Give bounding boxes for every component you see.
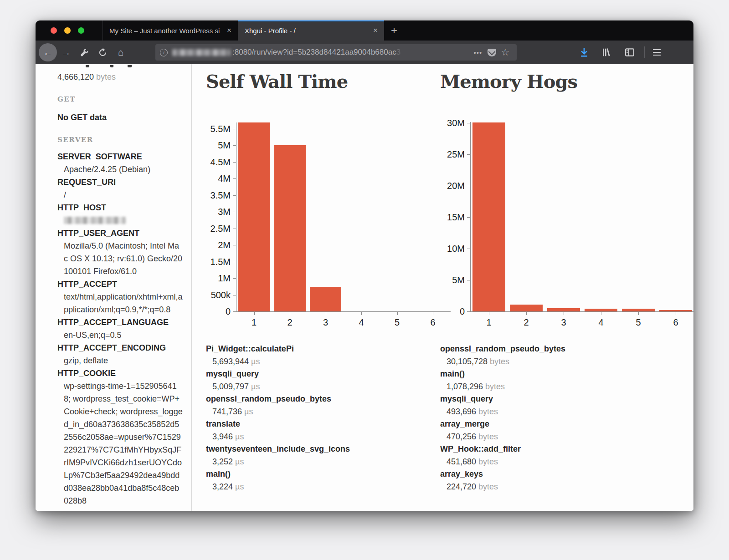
memory-usage-value: 4,666,120 bytes bbox=[57, 71, 183, 83]
x-tick-label: 1 bbox=[480, 318, 498, 327]
tab-title: My Site – Just another WordPress si bbox=[109, 27, 225, 35]
forward-button[interactable]: → bbox=[57, 44, 75, 61]
ranking-unit: µs bbox=[251, 382, 260, 391]
ranking-unit: bytes bbox=[485, 382, 505, 391]
bar-2 bbox=[510, 305, 543, 311]
server-var-value: Mozilla/5.0 (Macintosh; Intel Mac OS X 1… bbox=[64, 239, 183, 278]
ranking-number: 493,696 bbox=[447, 407, 478, 416]
server-var-key: HTTP_COOKIE bbox=[57, 367, 183, 380]
library-button[interactable] bbox=[599, 44, 615, 61]
home-button[interactable]: ⌂ bbox=[112, 44, 130, 61]
server-var-key: HTTP_ACCEPT_ENCODING bbox=[57, 341, 183, 354]
zoom-window-button[interactable] bbox=[78, 27, 84, 34]
tab-xhgui-profile[interactable]: Xhgui - Profile - / × bbox=[238, 20, 384, 41]
y-tick-label: 500k bbox=[194, 290, 231, 300]
pocket-icon[interactable] bbox=[485, 46, 498, 59]
tab-close-icon[interactable]: × bbox=[225, 26, 233, 35]
url-bar[interactable]: i :8080/run/view?id=5b238d84421aa9004b68… bbox=[155, 44, 517, 61]
server-var-value: Apache/2.4.25 (Debian) bbox=[64, 163, 183, 176]
ranking-function-name: WP_Hook::add_filter bbox=[440, 443, 668, 455]
y-tick-label: 1.5M bbox=[194, 257, 231, 266]
server-var-key: HTTP_USER_AGENT bbox=[57, 227, 183, 239]
y-tick-label: 2.5M bbox=[194, 224, 231, 233]
y-tick-mark bbox=[233, 129, 236, 129]
menu-button[interactable] bbox=[648, 44, 665, 61]
minimize-window-button[interactable] bbox=[64, 27, 71, 34]
server-section-heading: SERVER bbox=[57, 136, 183, 144]
ranking-function-name: array_keys bbox=[440, 468, 668, 480]
close-window-button[interactable] bbox=[51, 27, 57, 34]
x-tick-label: 4 bbox=[592, 318, 610, 327]
memory-ranking-list: openssl_random_pseudo_bytes30,105,728 by… bbox=[440, 343, 668, 493]
x-tick-label: 4 bbox=[352, 318, 370, 327]
x-tick-mark bbox=[526, 312, 527, 315]
server-var-value: / bbox=[64, 188, 183, 201]
y-tick-label: 30M bbox=[428, 118, 465, 127]
sidebar-toggle-button[interactable] bbox=[621, 44, 638, 61]
url-text: :8080/run/view?id=5b238d84421aa9004b680a… bbox=[232, 48, 396, 57]
site-info-icon[interactable]: i bbox=[160, 49, 168, 56]
tab-wordpress-site[interactable]: My Site – Just another WordPress si × bbox=[103, 20, 238, 41]
ranking-function-name: mysqli_query bbox=[206, 368, 434, 380]
ranking-number: 224,720 bbox=[447, 482, 478, 491]
clipped-text-remnant bbox=[57, 65, 183, 68]
window-controls bbox=[36, 20, 103, 41]
no-get-data-label: No GET data bbox=[57, 111, 183, 124]
x-tick-label: 2 bbox=[281, 318, 299, 327]
y-tick-mark bbox=[467, 123, 470, 123]
ranking-number: 3,946 bbox=[212, 432, 235, 441]
y-tick-label: 3.5M bbox=[194, 191, 231, 200]
sidebar-toggle-icon bbox=[625, 47, 635, 57]
bar-3 bbox=[310, 287, 341, 311]
new-tab-button[interactable]: + bbox=[384, 20, 404, 41]
ranking-value: 470,256 bytes bbox=[447, 430, 668, 443]
x-tick-mark bbox=[326, 312, 326, 315]
ranking-number: 3,224 bbox=[212, 482, 235, 491]
y-tick-mark bbox=[467, 280, 470, 280]
wrench-icon[interactable] bbox=[75, 44, 93, 61]
ranking-unit: bytes bbox=[490, 357, 509, 366]
blurred-host-value bbox=[64, 217, 126, 224]
memory-number: 4,666,120 bbox=[57, 72, 94, 81]
downloads-button[interactable] bbox=[576, 44, 592, 61]
x-tick-label: 5 bbox=[629, 318, 647, 327]
run-details-sidebar: 4,666,120 bytes GET No GET data SERVER S… bbox=[36, 64, 191, 511]
y-tick-mark bbox=[233, 162, 236, 163]
x-tick-label: 3 bbox=[554, 318, 573, 327]
y-tick-label: 20M bbox=[428, 181, 465, 190]
tab-close-icon[interactable]: × bbox=[371, 26, 380, 35]
ranking-number: 5,693,944 bbox=[212, 357, 251, 366]
forward-arrow-icon: → bbox=[62, 47, 71, 58]
y-tick-mark bbox=[233, 311, 236, 312]
y-tick-mark bbox=[233, 262, 236, 262]
reload-button[interactable] bbox=[93, 44, 112, 61]
bar-2 bbox=[274, 145, 306, 311]
x-tick-mark bbox=[361, 312, 362, 315]
ranking-unit: bytes bbox=[478, 482, 498, 491]
page-content[interactable]: 4,666,120 bytes GET No GET data SERVER S… bbox=[36, 64, 693, 511]
ranking-value: 30,105,728 bytes bbox=[447, 355, 668, 368]
y-tick-label: 3M bbox=[194, 207, 231, 216]
back-button[interactable]: ← bbox=[39, 43, 57, 61]
bookmark-star-icon[interactable]: ☆ bbox=[498, 46, 512, 59]
page-actions-icon[interactable]: ••• bbox=[471, 46, 485, 59]
y-tick-mark bbox=[233, 178, 236, 179]
ranking-value: 1,078,296 bytes bbox=[447, 380, 668, 393]
ranking-function-name: translate bbox=[206, 418, 434, 430]
ranking-number: 1,078,296 bbox=[447, 382, 485, 391]
bar-6 bbox=[659, 310, 692, 311]
ranking-number: 470,256 bbox=[447, 432, 478, 441]
ranking-value: 5,009,797 µs bbox=[212, 380, 434, 393]
bar-4 bbox=[585, 309, 617, 311]
x-tick-mark bbox=[489, 312, 489, 315]
y-tick-mark bbox=[233, 212, 236, 212]
browser-window: My Site – Just another WordPress si × Xh… bbox=[36, 20, 693, 511]
y-tick-mark bbox=[233, 278, 236, 279]
x-axis-line bbox=[470, 311, 693, 312]
y-tick-label: 5.5M bbox=[194, 124, 231, 133]
server-var-key: HTTP_ACCEPT bbox=[57, 278, 183, 290]
server-var-key: HTTP_HOST bbox=[57, 201, 183, 214]
ranking-unit: µs bbox=[235, 432, 244, 441]
x-tick-mark bbox=[638, 312, 639, 315]
ranking-number: 451,680 bbox=[447, 457, 478, 466]
